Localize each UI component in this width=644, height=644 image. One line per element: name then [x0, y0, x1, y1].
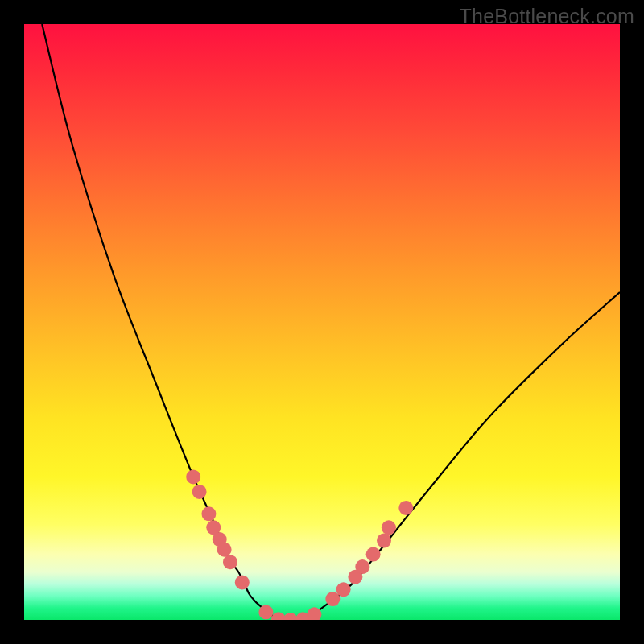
plot-area [24, 24, 620, 620]
curve-layer [24, 24, 620, 620]
data-marker [186, 469, 200, 484]
data-marker [355, 559, 369, 574]
data-marker [217, 543, 232, 557]
data-marker [366, 547, 381, 562]
data-marker [258, 605, 273, 619]
chart-frame: TheBottleneck.com [0, 0, 644, 644]
data-marker [235, 575, 250, 589]
marker-group [186, 469, 413, 620]
data-marker [223, 555, 237, 569]
data-marker [192, 485, 207, 499]
data-marker [377, 534, 391, 548]
data-marker [398, 501, 413, 515]
data-marker [283, 613, 298, 620]
bottleneck-curve [42, 24, 620, 620]
data-marker [382, 520, 396, 535]
data-marker [336, 582, 351, 597]
data-marker [201, 506, 216, 521]
